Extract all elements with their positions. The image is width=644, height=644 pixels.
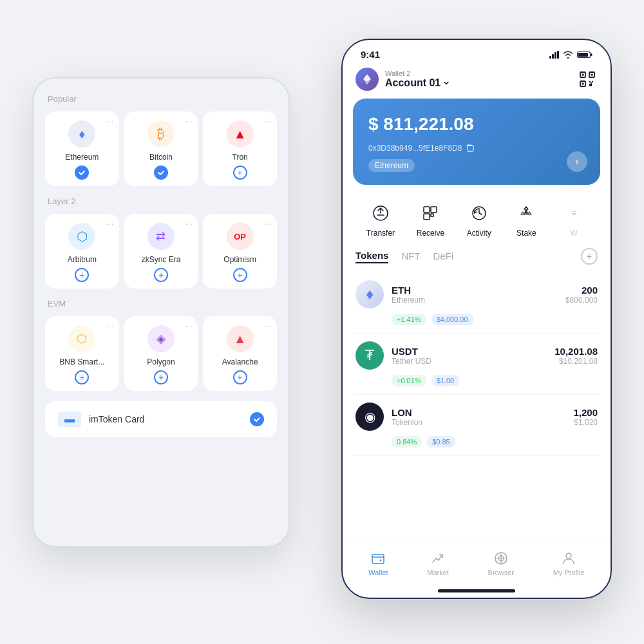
avax-plus[interactable]: +: [233, 370, 247, 384]
more-button[interactable]: ≡ W: [561, 200, 587, 238]
more-icon: ≡: [561, 200, 587, 226]
usdt-badges: +0.01% $1.00: [392, 375, 598, 386]
tab-nft[interactable]: NFT: [401, 251, 420, 263]
bottom-nav: Wallet Market: [343, 542, 611, 589]
bnb-icon: ⬡: [68, 325, 95, 352]
receive-label: Receive: [417, 229, 444, 238]
scan-button[interactable]: [577, 69, 598, 90]
market-nav-label: Market: [427, 569, 449, 576]
btc-dots[interactable]: ···: [185, 117, 193, 126]
balance-amount: $ 811,221.08: [368, 114, 585, 135]
usdt-change-badge: +0.01%: [392, 375, 426, 386]
lon-value: $1,020: [573, 418, 598, 427]
tab-tokens[interactable]: Tokens: [355, 250, 388, 263]
chain-badge[interactable]: Ethereum: [368, 159, 415, 172]
bitcoin-card[interactable]: ··· ₿ Bitcoin: [124, 111, 198, 186]
eth-dots[interactable]: ···: [106, 117, 114, 126]
lon-symbol: LON: [392, 407, 422, 418]
trx-name: Tron: [232, 153, 248, 162]
add-token-button[interactable]: +: [581, 248, 598, 265]
polygon-card[interactable]: ··· ◈ Polygon +: [124, 316, 198, 391]
eth-name-wrap: ETH Ethereum: [392, 285, 425, 305]
home-indicator: [438, 589, 515, 592]
lon-full-name: Tokenlon: [392, 418, 422, 427]
usdt-name-wrap: USDT Tether USD: [392, 346, 431, 366]
op-dots[interactable]: ···: [264, 219, 272, 228]
trx-dots[interactable]: ···: [264, 117, 272, 126]
usdt-token-left: ₮ USDT Tether USD: [355, 341, 431, 370]
eth-token-row[interactable]: ♦ ETH Ethereum 200 $800,000 +1.41% $4,00…: [353, 272, 600, 334]
profile-nav-label: My Profile: [553, 569, 585, 576]
activity-button[interactable]: Activity: [466, 200, 492, 238]
zksync-card[interactable]: ··· ⇄ zkSync Era +: [124, 214, 198, 289]
wallet-label: Wallet 2: [385, 70, 450, 77]
usdt-token-row[interactable]: ₮ USDT Tether USD 10,201.08 $10,201.08 +…: [353, 334, 600, 395]
svg-rect-14: [431, 214, 433, 216]
nav-market[interactable]: Market: [427, 550, 449, 576]
imtoken-card[interactable]: ▬ imToken Card: [45, 401, 277, 437]
zk-plus[interactable]: +: [154, 268, 168, 282]
zk-dots[interactable]: ···: [185, 219, 193, 228]
more-label: W: [570, 229, 577, 238]
wallet-avatar: [355, 68, 379, 91]
status-bar: 9:41: [343, 40, 611, 65]
transfer-icon: [368, 200, 393, 226]
arbitrum-card[interactable]: ··· ⬡ Arbitrum +: [45, 214, 119, 289]
trx-plus[interactable]: +: [233, 166, 247, 180]
imtoken-check[interactable]: [250, 412, 264, 426]
btc-check[interactable]: [154, 166, 168, 180]
usdt-token-logo: ₮: [355, 341, 384, 370]
wifi-icon: [563, 51, 573, 59]
tab-defi[interactable]: DeFi: [433, 251, 454, 263]
tron-card[interactable]: ··· ▲ Tron +: [203, 111, 277, 186]
transfer-button[interactable]: Transfer: [366, 200, 395, 238]
usdt-token-right: 10,201.08 $10,201.08: [554, 346, 598, 366]
eth-icon: ♦: [68, 120, 95, 147]
imtoken-label: imToken Card: [89, 414, 144, 424]
receive-button[interactable]: Receive: [417, 200, 444, 238]
usdt-symbol: USDT: [392, 346, 431, 357]
bnb-dots[interactable]: ···: [106, 321, 114, 330]
lon-amount: 1,200: [573, 407, 598, 418]
balance-card: $ 811,221.08 0x3D38b949...5fE1e8F8D8 Eth…: [353, 99, 600, 185]
ethereum-card[interactable]: ··· ♦ Ethereum: [45, 111, 119, 186]
poly-plus[interactable]: +: [154, 370, 168, 384]
bnb-plus[interactable]: +: [75, 370, 89, 384]
bnb-card[interactable]: ··· ⬡ BNB Smart... +: [45, 316, 119, 391]
market-nav-icon: [430, 550, 446, 567]
layer2-title: Layer 2: [48, 196, 277, 206]
eth-check[interactable]: [75, 166, 89, 180]
optimism-card[interactable]: ··· OP Optimism +: [203, 214, 277, 289]
op-icon: OP: [227, 223, 254, 250]
lon-token-row[interactable]: ◉ LON Tokenlon 1,200 $1,020 0.84% $0.85: [353, 395, 600, 456]
stake-icon: [513, 200, 539, 226]
avalanche-card[interactable]: ··· ▲ Avalanche +: [203, 316, 277, 391]
eth-value: $800,000: [565, 296, 598, 305]
btc-name: Bitcoin: [149, 153, 173, 162]
bnb-name: BNB Smart...: [59, 357, 104, 366]
eth-price-badge: $4,000.00: [431, 314, 473, 325]
copy-icon[interactable]: [466, 144, 475, 153]
avax-dots[interactable]: ···: [264, 321, 272, 330]
nav-wallet[interactable]: Wallet: [368, 550, 388, 576]
op-plus[interactable]: +: [233, 268, 247, 282]
evm-grid: ··· ⬡ BNB Smart... + ··· ◈ Polygon + ···…: [45, 316, 277, 391]
svg-rect-13: [424, 214, 430, 220]
lon-name-wrap: LON Tokenlon: [392, 407, 422, 427]
eth-token-right: 200 $800,000: [565, 285, 598, 305]
action-bar: Transfer Receive: [343, 195, 611, 245]
nav-profile[interactable]: My Profile: [553, 550, 585, 576]
stake-button[interactable]: Stake: [513, 200, 539, 238]
arb-dots[interactable]: ···: [106, 219, 114, 228]
header-info: Wallet 2 Account 01: [385, 70, 450, 89]
account-name[interactable]: Account 01: [385, 77, 450, 89]
balance-arrow-button[interactable]: ›: [567, 151, 587, 172]
nav-browser[interactable]: Browser: [488, 550, 514, 576]
chevron-down-icon: [443, 80, 450, 86]
eth-full-name: Ethereum: [392, 296, 425, 305]
card-icon: ▬: [58, 412, 81, 427]
svg-point-19: [566, 553, 571, 558]
poly-dots[interactable]: ···: [185, 321, 193, 330]
popular-title: Popular: [48, 94, 277, 104]
arb-plus[interactable]: +: [75, 268, 89, 282]
